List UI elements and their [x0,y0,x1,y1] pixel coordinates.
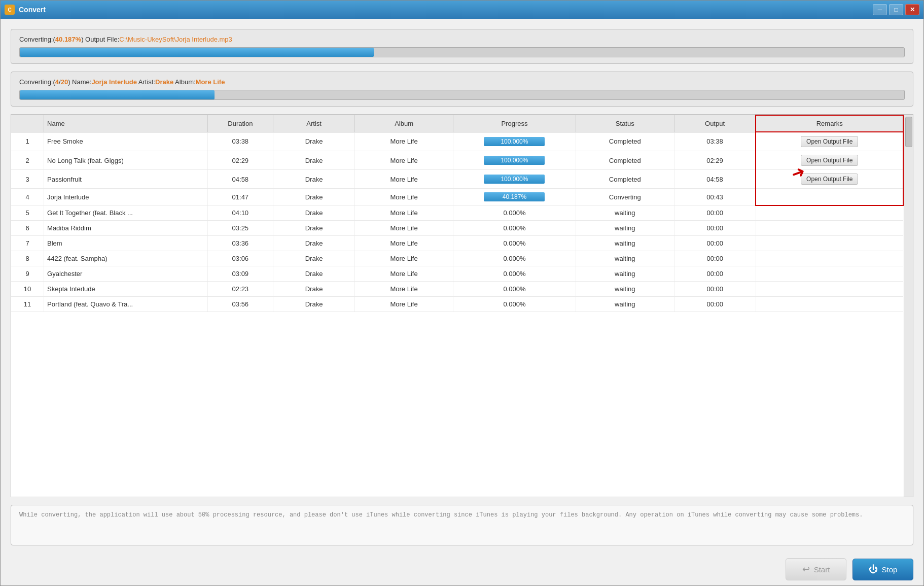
col-header-status: Status [576,115,674,132]
row-name: Skepta Interlude [44,282,208,297]
row-artist: Drake [273,151,354,170]
scrollbar-thumb[interactable] [905,117,912,147]
row-output: 02:29 [674,151,756,170]
row-remarks [756,251,903,266]
window-title: Convert [19,6,873,14]
track-artist-value: Drake [155,78,173,86]
table-row: 7Blem03:36DrakeMore Life0.000%waiting00:… [11,236,903,251]
start-button[interactable]: ↩ Start [786,558,846,580]
row-duration: 04:58 [207,170,273,189]
open-output-button[interactable]: Open Output File [801,174,858,185]
track-name-label: ) Name: [68,78,91,86]
row-progress: 0.000% [453,236,576,251]
row-artist: Drake [273,189,354,205]
row-output: 03:38 [674,132,756,151]
row-album: More Life [355,266,453,282]
row-name: Jorja Interlude [44,189,208,205]
row-num: 6 [11,221,44,236]
file-progress-label: Converting:(40.187%) Output File:C:\Musi… [19,36,905,43]
row-num: 8 [11,251,44,266]
row-album: More Life [355,282,453,297]
minimize-button[interactable]: ─ [873,4,887,15]
row-artist: Drake [273,205,354,221]
row-status: waiting [576,297,674,312]
row-duration: 03:09 [207,266,273,282]
table-row: 5Get It Together (feat. Black ...04:10Dr… [11,205,903,221]
row-status: waiting [576,282,674,297]
row-duration: 03:25 [207,221,273,236]
row-remarks: Open Output File [756,151,903,170]
table-row: 3Passionfruit04:58DrakeMore Life100.000%… [11,170,903,189]
track-label-prefix: Converting:( [19,78,55,86]
row-num: 4 [11,189,44,205]
col-header-artist: Artist [273,115,354,132]
row-output: 00:00 [674,282,756,297]
row-duration: 04:10 [207,205,273,221]
row-status: waiting [576,236,674,251]
row-duration: 01:47 [207,189,273,205]
row-status: Converting [576,189,674,205]
row-progress: 100.000% [453,132,576,151]
row-album: More Life [355,132,453,151]
row-album: More Life [355,297,453,312]
track-progress-label: Converting:(4/20) Name:Jorja Interlude A… [19,78,905,86]
row-num: 9 [11,266,44,282]
row-artist: Drake [273,266,354,282]
stop-label: Stop [882,565,898,574]
file-progress-middle: ) Output File: [81,36,119,43]
table-row: 6Madiba Riddim03:25DrakeMore Life0.000%w… [11,221,903,236]
table-row: 2No Long Talk (feat. Giggs)02:29DrakeMor… [11,151,903,170]
row-num: 1 [11,132,44,151]
row-album: More Life [355,189,453,205]
row-artist: Drake [273,236,354,251]
row-name: No Long Talk (feat. Giggs) [44,151,208,170]
row-status: Completed [576,151,674,170]
row-remarks: Open Output File [756,170,903,189]
row-output: 00:43 [674,189,756,205]
row-name: Gyalchester [44,266,208,282]
table-row: 11Portland (feat. Quavo & Tra...03:56Dra… [11,297,903,312]
row-num: 5 [11,205,44,221]
maximize-button[interactable]: □ [889,4,903,15]
row-album: More Life [355,151,453,170]
col-header-output: Output [674,115,756,132]
row-progress: 100.000% [453,151,576,170]
row-name: Madiba Riddim [44,221,208,236]
row-output: 00:00 [674,221,756,236]
col-header-num [11,115,44,132]
row-output: 00:00 [674,236,756,251]
file-progress-bar-container [19,47,905,57]
row-output: 00:00 [674,205,756,221]
row-remarks [756,236,903,251]
table-scroll-area[interactable]: Name Duration Artist Album Progress Stat… [11,115,904,497]
start-label: Start [814,565,830,574]
close-button[interactable]: ✕ [905,4,919,15]
file-progress-percent: 40.187% [55,36,81,43]
row-progress: 100.000% [453,170,576,189]
open-output-button[interactable]: Open Output File [801,136,858,147]
row-name: Blem [44,236,208,251]
row-artist: Drake [273,170,354,189]
row-progress: 0.000% [453,266,576,282]
scrollbar-track[interactable] [904,115,913,497]
row-num: 2 [11,151,44,170]
row-duration: 03:36 [207,236,273,251]
open-output-button[interactable]: Open Output File [801,155,858,166]
content-area: Converting:(40.187%) Output File:C:\Musi… [1,19,923,553]
row-remarks [756,282,903,297]
row-status: waiting [576,221,674,236]
row-output: 00:00 [674,266,756,282]
row-status: waiting [576,266,674,282]
col-header-progress: Progress [453,115,576,132]
stop-button[interactable]: ⏻ Stop [852,559,913,580]
track-progress-bar-container [19,90,905,100]
row-progress: 40.187% [453,189,576,205]
row-name: Get It Together (feat. Black ... [44,205,208,221]
row-status: Completed [576,132,674,151]
start-icon: ↩ [802,564,810,575]
row-name: 4422 (feat. Sampha) [44,251,208,266]
row-album: More Life [355,236,453,251]
row-remarks [756,205,903,221]
track-progress-bar-fill [20,90,215,99]
track-current: 4 [55,78,59,86]
